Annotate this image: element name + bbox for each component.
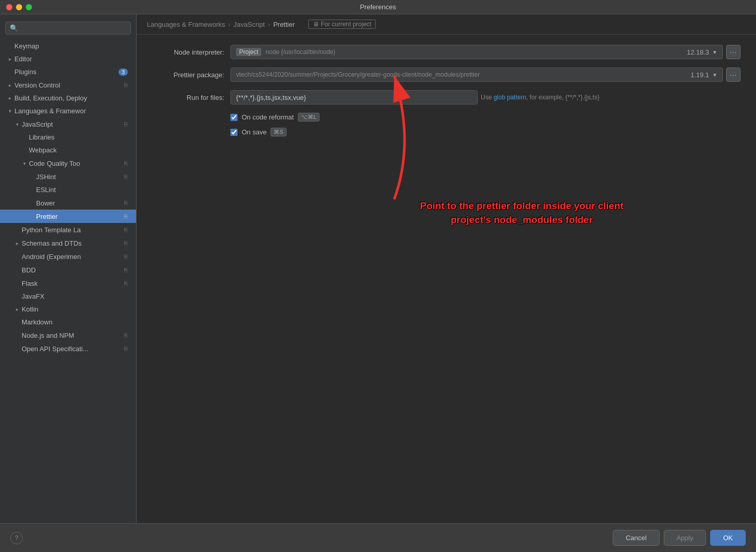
sidebar-item-python-template[interactable]: Python Template La⎘ [0,223,136,236]
sidebar-item-schemas-dtds[interactable]: ▸Schemas and DTDs⎘ [0,236,136,250]
sidebar-item-eslint[interactable]: ESLint [0,183,136,196]
title-bar: Preferences [0,0,756,14]
sidebar-item-version-control[interactable]: ▸Version Control⎘ [0,78,136,92]
sidebar-item-kotlin[interactable]: ▸Kotlin [0,303,136,316]
sidebar-item-nodejs-npm[interactable]: Node.js and NPM⎘ [0,329,136,342]
on-code-reformat-checkbox[interactable] [230,114,238,121]
arrow-icon: ▸ [6,95,13,102]
copy-icon: ⎘ [122,266,130,274]
sidebar-item-webpack[interactable]: Webpack [0,144,136,157]
copy-icon: ⎘ [122,120,130,128]
copy-icon: ⎘ [122,226,130,234]
breadcrumb-part-3: Prettier [273,21,295,28]
copy-icon: ⎘ [122,212,130,220]
prettier-package-more-button[interactable]: ··· [726,67,741,82]
annotation-arrow [343,65,446,211]
node-interpreter-input-group: Project node (/usr/local/bin/node) 12.18… [230,45,741,59]
help-button[interactable]: ? [10,532,23,544]
minimize-button[interactable] [16,4,22,10]
sidebar-item-code-quality[interactable]: ▾Code Quality Too⎘ [0,157,136,170]
arrow-icon: ▾ [13,120,21,128]
node-interpreter-more-button[interactable]: ··· [726,45,741,59]
sidebar-item-label: Keymap [14,42,130,50]
annotation-line1: Point to the prettier folder inside your… [420,200,624,211]
node-interpreter-label: Node interpreter: [152,48,224,56]
copy-icon: ⎘ [122,252,130,261]
hint-suffix: , for example, {**/*,*}.{js,ts} [526,94,599,101]
arrow-icon: ▾ [6,108,13,115]
sidebar-item-plugins[interactable]: Plugins3 [0,65,136,78]
node-interpreter-version: 12.18.3 [687,48,709,56]
content-area: Languages & Frameworks › JavaScript › Pr… [137,14,756,523]
sidebar-item-label: Markdown [22,318,130,326]
sidebar-item-label: JSHint [36,173,122,181]
run-for-files-input[interactable] [230,90,478,105]
sidebar-item-label: Languages & Framewor [14,107,130,115]
sidebar-item-label: JavaScript [22,120,122,128]
sidebar-item-markdown[interactable]: Markdown [0,316,136,329]
sidebar-item-android-experimental[interactable]: Android (Experimen⎘ [0,250,136,263]
glob-pattern-link[interactable]: glob pattern [494,94,526,101]
arrow-icon: ▾ [21,160,28,167]
copy-icon: ⎘ [122,81,130,89]
copy-icon: ⎘ [122,331,130,339]
maximize-button[interactable] [26,4,32,10]
sidebar-item-flask[interactable]: Flask⎘ [0,277,136,290]
window-controls [6,4,32,10]
copy-icon: ⎘ [122,173,130,181]
sidebar-item-bower[interactable]: Bower⎘ [0,196,136,210]
sidebar-item-label: Editor [14,55,130,63]
apply-button[interactable]: Apply [664,530,707,546]
search-box[interactable]: 🔍 [5,22,131,34]
sidebar-item-label: Version Control [14,81,122,89]
copy-icon: ⎘ [122,279,130,287]
sidebar-item-bdd[interactable]: BDD⎘ [0,263,136,277]
arrow-icon: ▸ [13,239,21,247]
sidebar-item-javafx[interactable]: JavaFX [0,290,136,303]
close-button[interactable] [6,4,12,10]
settings-body: Node interpreter: Project node (/usr/loc… [137,34,756,523]
sidebar-item-label: Open API Specificati... [22,345,122,353]
on-save-row: On save ⌘S [230,128,741,136]
prettier-package-path: vtech/cs5244/2020/summer/Projects/Grocer… [236,71,480,78]
window-title: Preferences [360,3,396,11]
on-code-reformat-row: On code reformat ⌥⌘L [230,113,741,122]
project-badge-label: For current project [321,21,371,28]
sidebar-item-label: Kotlin [22,305,130,313]
breadcrumb-sep-2: › [268,21,270,28]
sidebar-item-languages-frameworks[interactable]: ▾Languages & Framewor [0,105,136,117]
sidebar-item-editor[interactable]: ▸Editor [0,53,136,65]
run-for-files-input-group: Use glob pattern, for example, {**/*,*}.… [230,90,741,105]
node-interpreter-select[interactable]: Project node (/usr/local/bin/node) 12.18… [230,45,723,59]
sidebar-item-jshint[interactable]: JSHint⎘ [0,170,136,183]
breadcrumb-part-1: Languages & Frameworks [147,21,225,28]
copy-icon: ⎘ [122,159,130,167]
sidebar-item-label: Bower [36,199,122,207]
sidebar-item-build-execution[interactable]: ▸Build, Execution, Deploy [0,92,136,105]
annotation-line2: project's node_modules folder [450,214,593,225]
search-icon: 🔍 [10,24,18,32]
bottom-actions: Cancel Apply OK [613,530,746,546]
sidebar-item-keymap[interactable]: Keymap [0,40,136,53]
ok-button[interactable]: OK [710,530,746,546]
sidebar-item-javascript[interactable]: ▾JavaScript⎘ [0,117,136,131]
copy-icon: ⎘ [122,199,130,207]
annotation-text: Point to the prettier folder inside your… [420,199,624,227]
cancel-button[interactable]: Cancel [613,530,659,546]
search-input[interactable] [21,24,126,32]
project-badge-icon: 🖥 [313,21,319,28]
prettier-package-select[interactable]: vtech/cs5244/2020/summer/Projects/Grocer… [230,67,723,82]
sidebar-item-openapi[interactable]: Open API Specificati...⎘ [0,342,136,355]
breadcrumb-part-2: JavaScript [233,21,265,28]
copy-icon: ⎘ [122,239,130,247]
on-save-checkbox[interactable] [230,129,238,136]
main-container: 🔍 Keymap▸EditorPlugins3▸Version Control⎘… [0,14,756,523]
prettier-package-row: Prettier package: vtech/cs5244/2020/summ… [152,67,741,82]
chevron-down-icon: ▼ [712,49,717,55]
copy-icon: ⎘ [122,344,130,353]
sidebar-item-prettier[interactable]: Prettier⎘ [0,210,136,223]
prettier-package-version: 1.19.1 [691,71,709,79]
prettier-package-label: Prettier package: [152,71,224,79]
sidebar-item-libraries[interactable]: Libraries [0,131,136,144]
sidebar-item-label: Node.js and NPM [22,332,122,339]
